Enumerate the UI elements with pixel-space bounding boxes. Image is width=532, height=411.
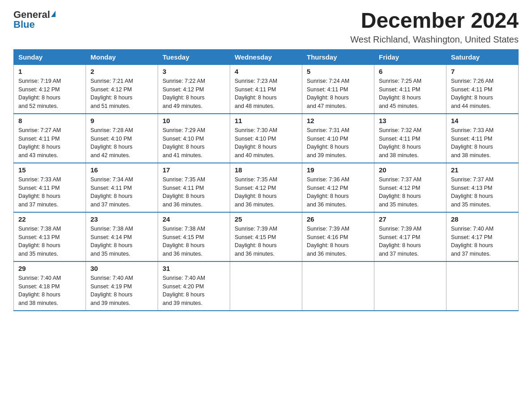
day-number: 30: [90, 265, 153, 272]
calendar-cell: 26 Sunrise: 7:39 AM Sunset: 4:16 PM Dayl…: [302, 212, 374, 261]
day-details: Sunrise: 7:37 AM Sunset: 4:13 PM Dayligh…: [451, 176, 514, 209]
calendar-cell: 25 Sunrise: 7:39 AM Sunset: 4:15 PM Dayl…: [230, 212, 302, 261]
day-number: 24: [163, 215, 225, 223]
day-number: 3: [163, 68, 225, 75]
day-details: Sunrise: 7:25 AM Sunset: 4:11 PM Dayligh…: [379, 77, 442, 111]
calendar-cell: 14 Sunrise: 7:33 AM Sunset: 4:11 PM Dayl…: [446, 114, 519, 163]
day-number: 23: [90, 215, 153, 223]
day-number: 21: [451, 166, 514, 174]
calendar-cell: 21 Sunrise: 7:37 AM Sunset: 4:13 PM Dayl…: [446, 163, 519, 212]
day-number: 29: [18, 265, 81, 272]
day-number: 15: [18, 166, 81, 174]
col-wednesday: Wednesday: [230, 49, 302, 64]
calendar-cell: 29 Sunrise: 7:40 AM Sunset: 4:18 PM Dayl…: [14, 261, 86, 311]
calendar-cell: 15 Sunrise: 7:33 AM Sunset: 4:11 PM Dayl…: [14, 163, 86, 212]
day-details: Sunrise: 7:34 AM Sunset: 4:11 PM Dayligh…: [90, 176, 153, 209]
day-details: Sunrise: 7:35 AM Sunset: 4:11 PM Dayligh…: [163, 176, 225, 209]
calendar-cell: 22 Sunrise: 7:38 AM Sunset: 4:13 PM Dayl…: [14, 212, 86, 261]
location-subtitle: West Richland, Washington, United States: [350, 34, 519, 45]
day-number: 20: [379, 166, 442, 174]
calendar-cell: 5 Sunrise: 7:24 AM Sunset: 4:11 PM Dayli…: [302, 64, 374, 114]
day-details: Sunrise: 7:38 AM Sunset: 4:14 PM Dayligh…: [90, 225, 153, 258]
day-number: 14: [451, 117, 514, 124]
calendar-header: Sunday Monday Tuesday Wednesday Thursday…: [14, 49, 519, 64]
day-details: Sunrise: 7:39 AM Sunset: 4:15 PM Dayligh…: [235, 225, 297, 258]
day-number: 11: [235, 117, 297, 124]
day-number: 31: [163, 265, 225, 272]
day-number: 4: [235, 68, 297, 75]
day-number: 6: [379, 68, 442, 75]
day-details: Sunrise: 7:19 AM Sunset: 4:12 PM Dayligh…: [18, 77, 81, 111]
calendar-week-row: 15 Sunrise: 7:33 AM Sunset: 4:11 PM Dayl…: [14, 163, 519, 212]
calendar-cell: 2 Sunrise: 7:21 AM Sunset: 4:12 PM Dayli…: [86, 64, 158, 114]
calendar-cell: 1 Sunrise: 7:19 AM Sunset: 4:12 PM Dayli…: [14, 64, 86, 114]
col-friday: Friday: [374, 49, 446, 64]
day-number: 19: [307, 166, 369, 174]
calendar-table: Sunday Monday Tuesday Wednesday Thursday…: [13, 49, 519, 311]
calendar-cell: 18 Sunrise: 7:35 AM Sunset: 4:12 PM Dayl…: [230, 163, 302, 212]
col-sunday: Sunday: [14, 49, 86, 64]
day-number: 2: [90, 68, 153, 75]
day-details: Sunrise: 7:27 AM Sunset: 4:11 PM Dayligh…: [18, 126, 81, 160]
day-number: 18: [235, 166, 297, 174]
day-details: Sunrise: 7:33 AM Sunset: 4:11 PM Dayligh…: [451, 126, 514, 160]
calendar-cell: [374, 261, 446, 311]
logo-triangle-icon: [51, 11, 56, 17]
col-thursday: Thursday: [302, 49, 374, 64]
day-number: 16: [90, 166, 153, 174]
calendar-week-row: 1 Sunrise: 7:19 AM Sunset: 4:12 PM Dayli…: [14, 64, 519, 114]
day-details: Sunrise: 7:40 AM Sunset: 4:20 PM Dayligh…: [163, 274, 225, 308]
day-details: Sunrise: 7:39 AM Sunset: 4:16 PM Dayligh…: [307, 225, 369, 258]
day-number: 13: [379, 117, 442, 124]
day-details: Sunrise: 7:31 AM Sunset: 4:10 PM Dayligh…: [307, 126, 369, 160]
day-number: 7: [451, 68, 514, 75]
calendar-cell: 31 Sunrise: 7:40 AM Sunset: 4:20 PM Dayl…: [158, 261, 230, 311]
calendar-cell: [302, 261, 374, 311]
calendar-cell: 19 Sunrise: 7:36 AM Sunset: 4:12 PM Dayl…: [302, 163, 374, 212]
day-details: Sunrise: 7:32 AM Sunset: 4:11 PM Dayligh…: [379, 126, 442, 160]
calendar-cell: 6 Sunrise: 7:25 AM Sunset: 4:11 PM Dayli…: [374, 64, 446, 114]
logo-blue-text: Blue: [13, 19, 35, 30]
day-details: Sunrise: 7:36 AM Sunset: 4:12 PM Dayligh…: [307, 176, 369, 209]
calendar-cell: 23 Sunrise: 7:38 AM Sunset: 4:14 PM Dayl…: [86, 212, 158, 261]
day-number: 1: [18, 68, 81, 75]
calendar-cell: 27 Sunrise: 7:39 AM Sunset: 4:17 PM Dayl…: [374, 212, 446, 261]
day-number: 5: [307, 68, 369, 75]
calendar-cell: 30 Sunrise: 7:40 AM Sunset: 4:19 PM Dayl…: [86, 261, 158, 311]
calendar-cell: 20 Sunrise: 7:37 AM Sunset: 4:12 PM Dayl…: [374, 163, 446, 212]
day-details: Sunrise: 7:22 AM Sunset: 4:12 PM Dayligh…: [163, 77, 225, 111]
col-saturday: Saturday: [446, 49, 519, 64]
calendar-cell: 28 Sunrise: 7:40 AM Sunset: 4:17 PM Dayl…: [446, 212, 519, 261]
day-details: Sunrise: 7:24 AM Sunset: 4:11 PM Dayligh…: [307, 77, 369, 111]
day-details: Sunrise: 7:40 AM Sunset: 4:18 PM Dayligh…: [18, 274, 81, 308]
col-monday: Monday: [86, 49, 158, 64]
calendar-cell: 12 Sunrise: 7:31 AM Sunset: 4:10 PM Dayl…: [302, 114, 374, 163]
day-number: 17: [163, 166, 225, 174]
calendar-cell: [230, 261, 302, 311]
calendar-week-row: 29 Sunrise: 7:40 AM Sunset: 4:18 PM Dayl…: [14, 261, 519, 311]
calendar-week-row: 22 Sunrise: 7:38 AM Sunset: 4:13 PM Dayl…: [14, 212, 519, 261]
day-details: Sunrise: 7:38 AM Sunset: 4:15 PM Dayligh…: [163, 225, 225, 258]
day-details: Sunrise: 7:35 AM Sunset: 4:12 PM Dayligh…: [235, 176, 297, 209]
day-number: 9: [90, 117, 153, 124]
day-details: Sunrise: 7:28 AM Sunset: 4:10 PM Dayligh…: [90, 126, 153, 160]
day-details: Sunrise: 7:23 AM Sunset: 4:11 PM Dayligh…: [235, 77, 297, 111]
col-tuesday: Tuesday: [158, 49, 230, 64]
calendar-cell: 3 Sunrise: 7:22 AM Sunset: 4:12 PM Dayli…: [158, 64, 230, 114]
day-details: Sunrise: 7:33 AM Sunset: 4:11 PM Dayligh…: [18, 176, 81, 209]
day-details: Sunrise: 7:26 AM Sunset: 4:11 PM Dayligh…: [451, 77, 514, 111]
day-number: 8: [18, 117, 81, 124]
month-year-title: December 2024: [350, 9, 519, 33]
calendar-body: 1 Sunrise: 7:19 AM Sunset: 4:12 PM Dayli…: [14, 64, 519, 311]
calendar-cell: 4 Sunrise: 7:23 AM Sunset: 4:11 PM Dayli…: [230, 64, 302, 114]
calendar-cell: 9 Sunrise: 7:28 AM Sunset: 4:10 PM Dayli…: [86, 114, 158, 163]
calendar-cell: [446, 261, 519, 311]
day-details: Sunrise: 7:40 AM Sunset: 4:19 PM Dayligh…: [90, 274, 153, 308]
day-number: 27: [379, 215, 442, 223]
calendar-cell: 24 Sunrise: 7:38 AM Sunset: 4:15 PM Dayl…: [158, 212, 230, 261]
calendar-cell: 16 Sunrise: 7:34 AM Sunset: 4:11 PM Dayl…: [86, 163, 158, 212]
calendar-cell: 11 Sunrise: 7:30 AM Sunset: 4:10 PM Dayl…: [230, 114, 302, 163]
day-number: 10: [163, 117, 225, 124]
day-number: 28: [451, 215, 514, 223]
calendar-week-row: 8 Sunrise: 7:27 AM Sunset: 4:11 PM Dayli…: [14, 114, 519, 163]
